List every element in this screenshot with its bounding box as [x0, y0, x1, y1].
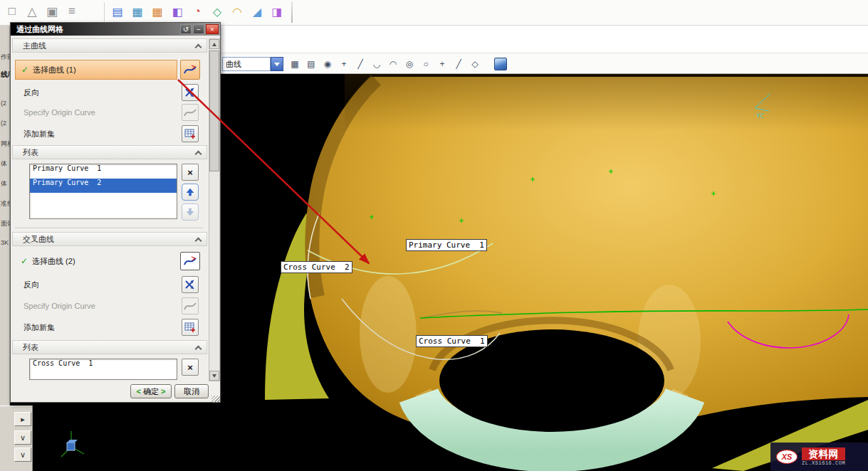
- point-on-curve-snap-icon[interactable]: ╱: [451, 57, 466, 71]
- check-icon: ✓: [21, 256, 28, 266]
- scrollbar-thumb[interactable]: [209, 51, 219, 171]
- remove-list-item-button-cross[interactable]: ×: [182, 359, 199, 376]
- list-item[interactable]: Primary Curve 2: [30, 179, 177, 193]
- dialog-title: 通过曲线网格: [16, 24, 179, 35]
- curve-icon-disabled: [183, 300, 197, 312]
- reverse-icon: [184, 86, 197, 99]
- end-point-snap-icon[interactable]: ╱: [353, 57, 367, 71]
- law-extension-icon[interactable]: ◢: [248, 2, 266, 21]
- watermark-logo: XS: [776, 450, 798, 464]
- surface-toolbar-group: ▤▦▦◧◔◇◠◢◨: [108, 2, 286, 21]
- sketch-tool-icon[interactable]: ▣: [43, 2, 61, 21]
- move-handle-icon[interactable]: +: [337, 57, 351, 71]
- prism-tool-icon[interactable]: △: [23, 2, 41, 21]
- section-title: 交叉曲线: [23, 234, 54, 245]
- snap-pin-icon[interactable]: ◉: [320, 57, 335, 71]
- specify-origin-curve-button-cross[interactable]: [182, 297, 199, 314]
- clipped-label: (2: [1, 120, 10, 127]
- up-triangle-icon: [212, 43, 216, 46]
- section-cross-curves[interactable]: 交叉曲线: [12, 232, 207, 246]
- toolbar-overflow-panel: ▸∨∨: [0, 406, 33, 471]
- scrollbar-up-button[interactable]: [209, 39, 219, 49]
- reverse-label: 反向: [23, 85, 39, 100]
- remove-list-item-button[interactable]: ×: [182, 164, 199, 181]
- shaded-view-cube-icon[interactable]: [494, 58, 507, 70]
- offset-surface-icon[interactable]: ◨: [268, 2, 286, 21]
- modeling-toolbar-group: □△▣≡: [3, 2, 81, 21]
- list-item[interactable]: Primary Curve 1: [30, 164, 177, 179]
- handle-hole: [439, 329, 664, 432]
- through-curve-mesh-icon[interactable]: ▦: [148, 2, 167, 21]
- dialog-reset-button[interactable]: ↺: [180, 24, 192, 34]
- existing-point-snap-icon[interactable]: +: [435, 57, 449, 71]
- select-cross-curve-row[interactable]: ✓ 选择曲线 (2): [15, 252, 177, 270]
- section-title: 列表: [23, 342, 38, 353]
- clipped-label: 线/点: [1, 70, 10, 80]
- work-plane-grid-icon[interactable]: ▤: [304, 57, 318, 71]
- dialog-resize-grip[interactable]: [211, 396, 220, 403]
- clipped-label: 面体: [1, 219, 10, 228]
- up-arrow-icon: [184, 186, 196, 198]
- primary-curve-list: Primary Curve 1Primary Curve 2: [29, 164, 177, 219]
- select-primary-curve-button[interactable]: [180, 60, 200, 80]
- move-up-button[interactable]: [182, 184, 199, 201]
- grid-icon[interactable]: ▦: [288, 57, 302, 71]
- section-separator: [15, 228, 203, 229]
- n-sided-surface-icon[interactable]: ◇: [208, 2, 226, 21]
- section-primary-curves[interactable]: 主曲线: [12, 38, 207, 53]
- selection-filter: 曲线: [222, 57, 283, 71]
- add-set-icon: [184, 127, 197, 140]
- ruled-surface-icon[interactable]: ▤: [108, 2, 127, 21]
- cancel-button[interactable]: 取消: [174, 384, 209, 398]
- axis-label: YC: [756, 112, 764, 120]
- add-new-set-label: 添加新集: [23, 320, 55, 334]
- toolbar-overflow-button[interactable]: ▸: [14, 412, 31, 426]
- add-new-set-button-cross[interactable]: [182, 319, 199, 336]
- curve-icon-disabled: [183, 106, 197, 119]
- select-primary-curve-row[interactable]: ✓ 选择曲线 (1): [15, 60, 177, 80]
- dialog-scrollbar[interactable]: [209, 38, 220, 381]
- reverse-direction-button[interactable]: [182, 84, 199, 101]
- clipped-label: 体: [1, 159, 10, 169]
- section-title: 列表: [23, 147, 38, 158]
- control-point-snap-icon[interactable]: ◠: [386, 57, 400, 71]
- move-down-button[interactable]: [182, 203, 199, 221]
- dialog-close-button[interactable]: ×: [206, 24, 219, 34]
- through-curves-icon[interactable]: ▦: [128, 2, 147, 21]
- list-item[interactable]: Cross Curve 1: [30, 359, 177, 374]
- dialog-minimize-button[interactable]: −: [193, 24, 204, 34]
- collapse-chevron-icon: [195, 345, 202, 352]
- add-new-set-button[interactable]: [182, 125, 199, 142]
- toolbar-overflow-button[interactable]: ∨: [14, 430, 31, 445]
- reverse-direction-button-cross[interactable]: [182, 276, 199, 293]
- selection-filter-combo[interactable]: 曲线: [222, 57, 271, 71]
- select-cross-curve-button[interactable]: [180, 252, 200, 270]
- clipped-label: 网格: [1, 139, 10, 149]
- clipped-label: 体: [1, 179, 10, 189]
- dialog-titlebar[interactable]: 通过曲线网格 ↺ − ×: [11, 23, 220, 36]
- arc-center-snap-icon[interactable]: ◎: [402, 57, 417, 71]
- point-on-face-snap-icon[interactable]: ◇: [468, 57, 482, 71]
- collapse-chevron-icon: [195, 43, 202, 51]
- scrollbar-down-button[interactable]: [209, 371, 219, 381]
- toolbar-edge: [291, 1, 293, 23]
- quadrant-snap-icon[interactable]: ○: [419, 57, 433, 71]
- clipped-label: (2: [1, 100, 10, 107]
- specify-origin-curve-button[interactable]: [182, 104, 199, 121]
- list-header-cross[interactable]: 列表: [12, 340, 207, 354]
- add-set-icon: [184, 321, 197, 334]
- layers-icon[interactable]: ≡: [63, 2, 81, 21]
- wcs-triad: [56, 425, 87, 462]
- mid-point-snap-icon[interactable]: ◡: [370, 57, 384, 71]
- section-surface-icon[interactable]: ◔: [188, 2, 206, 21]
- dropdown-arrow-icon[interactable]: [271, 57, 283, 71]
- swept-surface-icon[interactable]: ◧: [168, 2, 187, 21]
- clipped-label: 准线: [1, 199, 10, 208]
- highlight-left-tube: [360, 276, 417, 393]
- through-curve-mesh-dialog: 通过曲线网格 ↺ − × 主曲线 ✓ 选择曲线 (1) 反向 Specify O…: [10, 22, 221, 403]
- toolbar-overflow-button[interactable]: ∨: [14, 448, 31, 462]
- bridge-surface-icon[interactable]: ◠: [228, 2, 246, 21]
- ok-button[interactable]: < 确定 >: [130, 384, 172, 398]
- list-header-primary[interactable]: 列表: [12, 145, 207, 159]
- datum-plane-icon[interactable]: □: [3, 2, 21, 21]
